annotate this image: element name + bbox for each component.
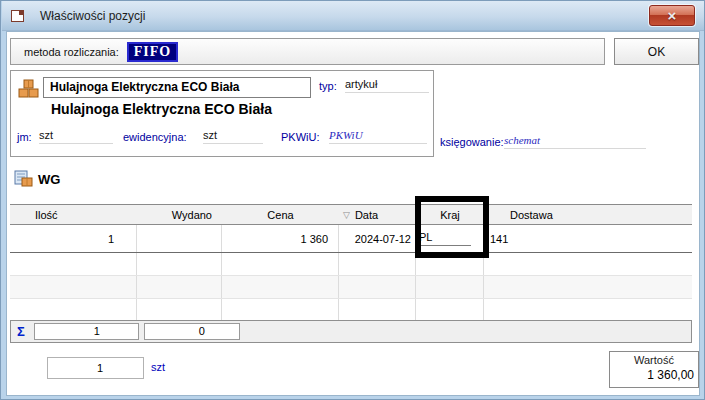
unit-value: szt [39,129,113,144]
cell-dostawa: 141 [484,225,692,252]
column-header-dostawa[interactable]: Dostawa [484,209,692,221]
record-unit-value: szt [203,129,263,144]
pkwiu-value[interactable]: PKWiU [329,129,427,144]
sort-descending-icon: ▽ [343,210,350,220]
fifo-badge: FIFO [127,42,178,62]
column-header-wydano[interactable]: Wydano [137,209,222,221]
sum-wydano-box: 0 [144,323,240,340]
column-header-ilosc[interactable]: Ilość [10,209,137,221]
settlement-method-label: metoda rozliczania: [24,46,119,58]
cell-kraj[interactable]: PL [416,225,484,252]
cell-cena: 1 360 [222,225,339,252]
pkwiu-label: PKWiU: [281,131,320,143]
quantity-unit-label: szt [151,361,165,373]
type-value: artykuł [345,78,429,93]
accounting-label: księgowanie: [440,136,504,148]
close-icon: × [668,8,677,23]
cell-data: 2024-07-12 [339,225,416,252]
product-name-full: Hulajnoga Elektryczna ECO Biała [51,101,272,117]
column-header-kraj[interactable]: Kraj [416,209,484,221]
value-amount: 1 360,00 [610,366,698,382]
cell-ilosc: 1 [10,225,137,252]
settlement-method-bar: metoda rozliczania: FIFO [10,38,605,65]
cell-wydano [137,225,222,252]
ok-button[interactable]: OK [614,38,699,65]
dialog-window: Właściwości pozycji × metoda rozliczania… [0,0,705,400]
section-title-wg: WG [38,172,60,187]
value-label: Wartość [610,352,698,366]
goods-icon [18,79,40,99]
type-label: typ: [319,80,337,92]
column-header-data-label: Data [355,209,378,221]
kraj-edit-field[interactable]: PL [419,231,471,246]
empty-table-row [10,299,692,322]
product-name-field[interactable]: Hulajnoga Elektryczna ECO Biała [43,77,311,98]
empty-table-row [10,276,692,299]
dialog-content: metoda rozliczania: FIFO OK Hulajnoga El… [6,31,700,396]
title-bar[interactable]: Właściwości pozycji × [2,1,704,31]
close-button[interactable]: × [649,5,695,26]
system-menu-icon[interactable] [11,10,24,22]
wg-document-icon [14,170,34,188]
accounting-scheme-link[interactable]: schemat [504,134,646,149]
column-header-data[interactable]: ▽ Data [339,209,416,221]
deliveries-table: Ilość Wydano Cena ▽ Data Kraj Dostawa 1 … [10,204,692,322]
window-title: Właściwości pozycji [40,9,145,23]
empty-table-row [10,253,692,276]
unit-label: jm: [17,131,32,143]
summary-row: Σ 1 0 [10,320,692,343]
value-box: Wartość 1 360,00 [609,351,699,388]
column-header-cena[interactable]: Cena [222,209,339,221]
table-header-row: Ilość Wydano Cena ▽ Data Kraj Dostawa [10,205,692,225]
quantity-input[interactable]: 1 [47,357,144,379]
sum-ilosc-box: 1 [34,323,139,340]
sigma-icon: Σ [17,324,25,339]
table-row[interactable]: 1 1 360 2024-07-12 PL 141 [10,225,692,253]
record-unit-label: ewidencyjna: [123,131,187,143]
product-info-panel: Hulajnoga Elektryczna ECO Biała typ: art… [10,70,434,157]
